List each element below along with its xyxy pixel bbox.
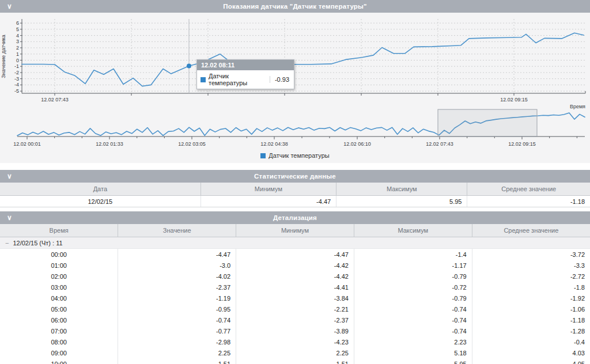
sensor-line-chart[interactable]: 6543210-1-2-3-4-5Значение датчика12.02 0… [0,13,590,163]
column-header-avg: Среднее значение [472,224,590,237]
detail-panel-header: ∨ Детализация [0,211,590,224]
value-cell: -1.06 [472,304,590,314]
sensor-series-line [22,33,584,86]
time-cell: 08:00 [0,336,118,347]
value-cell: -4.42 [236,271,354,282]
time-cell: 05:00 [0,304,118,314]
collapse-chevron-icon[interactable]: ∨ [7,215,12,221]
sensor-chart-panel-header: ∨ Показания датчика "Датчик температуры" [0,0,590,13]
value-cell: -0.4 [472,336,590,347]
collapse-group-icon[interactable]: − [5,240,9,247]
value-cell: -4.42 [236,260,354,271]
value-cell: -0.74 [354,325,472,336]
chart-legend[interactable]: Датчик температуры [0,152,590,159]
detail-row: 07:00-0.77-3.89-0.74-1.28 [0,325,590,336]
value-cell: 2.23 [354,336,472,347]
navigator-tick-label: 12.02 03:05 [178,141,206,147]
y-tick-label: -2 [14,70,19,75]
stat-value-cell: -4.47 [201,196,336,207]
navigator-tick-label: 12.02 04:38 [260,141,288,147]
navigator-tick-label: 12.02 06:10 [343,141,371,147]
value-cell: -3.84 [236,293,354,304]
value-cell: -4.47 [118,249,236,260]
detail-row: 03:00-2.37-4.41-0.72-1.8 [0,282,590,293]
value-cell: -2.37 [236,314,354,325]
value-cell: -0.74 [354,314,472,325]
value-cell: 5.18 [354,347,472,358]
value-cell: -0.77 [118,325,236,336]
value-cell: -1.8 [472,282,590,293]
legend-series-label: Датчик температуры [268,152,329,159]
y-tick-label: 4 [16,33,19,39]
column-header-max: Максимум [336,183,467,196]
y-tick-label: 6 [16,20,19,26]
detail-row: 00:00-4.47-4.47-1.4-3.72 [0,249,590,260]
value-cell: -0.74 [354,304,472,314]
value-cell: 1.51 [236,358,354,364]
value-cell: -4.02 [118,271,236,282]
column-header-max: Максимум [354,224,472,237]
navigator-tick-label: 12.02 07:43 [426,141,453,147]
statistics-panel: ∨ Статистические данные Дата Минимум Мак… [0,170,590,207]
statistics-panel-header: ∨ Статистические данные [0,170,590,183]
navigator-tick-label: 12.02 01:33 [96,141,123,147]
y-tick-label: -5 [14,88,19,94]
value-cell: -3.89 [236,325,354,336]
value-cell: -4.47 [236,249,354,260]
value-cell: -1.92 [472,293,590,304]
value-cell: -1.18 [472,314,590,325]
x-tick-label: 12.02 09:15 [500,97,528,103]
statistics-header-row: Дата Минимум Максимум Среднее значение [0,183,590,196]
time-cell: 06:00 [0,314,118,325]
time-cell: 07:00 [0,325,118,336]
x-axis-title: Время [570,104,585,109]
collapse-chevron-icon[interactable]: ∨ [7,173,12,179]
tooltip-time: 12.02 08:11 [197,60,294,70]
navigator-tick-label: 12.02 09:15 [508,141,536,147]
time-cell: 02:00 [0,271,118,282]
value-cell: -1.28 [472,325,590,336]
value-cell: 4.05 [472,358,590,364]
y-tick-label: 3 [16,39,19,44]
value-cell: -2.21 [236,304,354,314]
date-cell: 12/02/15 [0,196,201,207]
detail-table: Время Значение Минимум Максимум Среднее … [0,224,590,364]
value-cell: -2.72 [472,271,590,282]
value-cell: -3.72 [472,249,590,260]
time-cell: 03:00 [0,282,118,293]
group-row[interactable]: −12/02/15 (Чт) : 11 [0,237,590,249]
detail-header-row: Время Значение Минимум Максимум Среднее … [0,224,590,237]
detail-row: 02:00-4.02-4.42-0.79-2.72 [0,271,590,282]
value-cell: -2.37 [118,282,236,293]
tooltip-series-label: Датчик температуры [209,73,267,86]
value-cell: -0.79 [354,271,472,282]
y-tick-label: 5 [16,26,19,32]
value-cell: -0.79 [354,293,472,304]
y-tick-label: -4 [14,82,19,88]
value-cell: -2.98 [118,336,236,347]
time-cell: 09:00 [0,347,118,358]
value-cell: 2.25 [118,347,236,358]
value-cell: -3.3 [472,260,590,271]
tooltip-value: -0.93 [270,76,290,83]
detail-row: 09:002.252.255.184.03 [0,347,590,358]
statistics-panel-title: Статистические данные [0,173,590,180]
sensor-chart-panel-title: Показания датчика "Датчик температуры" [0,3,590,10]
time-cell: 01:00 [0,260,118,271]
y-tick-label: 1 [16,51,19,57]
value-cell: -4.41 [236,282,354,293]
collapse-chevron-icon[interactable]: ∨ [7,3,12,9]
sensor-chart-body[interactable]: 6543210-1-2-3-4-5Значение датчика12.02 0… [0,13,590,163]
value-cell: -4.23 [236,336,354,347]
time-cell: 10:00 [0,358,118,364]
y-tick-label: -1 [14,63,19,69]
value-cell: 4.03 [472,347,590,358]
navigator-selection[interactable] [438,109,537,136]
value-cell: -0.95 [118,304,236,314]
column-header-value: Значение [118,224,236,237]
value-cell: -0.72 [354,282,472,293]
column-header-min: Минимум [201,183,336,196]
group-label: 12/02/15 (Чт) : 11 [13,240,62,247]
detail-panel: ∨ Детализация Время Значение Минимум Мак… [0,211,590,364]
value-cell: 5.95 [354,358,472,364]
